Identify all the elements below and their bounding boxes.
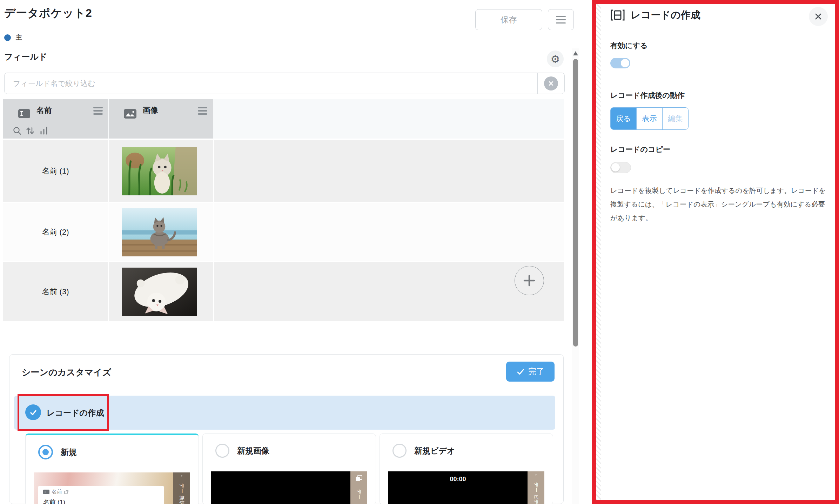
- vertical-label: デー: [179, 483, 185, 493]
- after-create-label: レコード作成後の動作: [610, 90, 685, 100]
- scene-customize-heading: シーンのカスタマイズ: [22, 367, 111, 378]
- scene-group-check-icon[interactable]: [25, 404, 41, 420]
- video-timestamp: 00:00: [388, 476, 528, 483]
- column-label-name: 名前: [36, 105, 52, 116]
- overflow-menu-button[interactable]: [548, 9, 574, 30]
- segment-back[interactable]: 戻る: [611, 108, 636, 129]
- copy-icon: [355, 474, 363, 483]
- field-filter-box: [4, 73, 565, 94]
- column-menu-icon[interactable]: [93, 107, 103, 115]
- copy-icon: [532, 474, 540, 476]
- cell-image-kitten-wood[interactable]: [122, 208, 197, 256]
- done-button[interactable]: 完了: [506, 362, 555, 382]
- camera-preview: [211, 471, 367, 504]
- scrollbar-up-arrow[interactable]: [573, 51, 578, 55]
- header-cell-image: 画像: [109, 99, 213, 139]
- record-create-panel: [601, 0, 835, 504]
- app-screen: データポケット2 主 保存 フィールド ⚙ 名前: [0, 0, 839, 504]
- check-icon: [516, 368, 525, 376]
- preview-field-card: 名前 名前 (1): [38, 486, 164, 504]
- radio-icon[interactable]: [215, 444, 229, 458]
- panel-title: レコードの作成: [631, 8, 700, 22]
- vertical-label: デー: [356, 489, 362, 499]
- preview-thumbnail-camera: デー: [211, 471, 367, 504]
- record-copy-description: レコードを複製してレコードを作成するのを許可します。レコードを複製するには、「レ…: [610, 184, 831, 225]
- column-menu-icon[interactable]: [198, 107, 207, 115]
- panel-edge-hatch: [596, 0, 601, 504]
- scrollbar-thumb[interactable]: [573, 59, 578, 347]
- image-field-icon: [124, 109, 136, 120]
- scene-option-new[interactable]: 新規 デー 新規レ 名前 名前 (1): [25, 434, 199, 504]
- scene-group-label: レコードの作成: [47, 408, 104, 418]
- table-row: 名前 (2): [3, 203, 564, 261]
- text-field-icon: [18, 109, 30, 120]
- scene-option-new-image[interactable]: 新規画像 デー: [202, 434, 376, 504]
- page-title: データポケット2: [4, 6, 92, 21]
- table-row: 名前 (1): [3, 140, 564, 202]
- preview-field-value: 名前 (1): [43, 498, 159, 504]
- primary-dot-icon: [4, 34, 11, 41]
- segment-edit[interactable]: 編集: [662, 108, 688, 129]
- option-label: 新規ビデオ: [414, 445, 455, 456]
- preview-thumbnail-video: 00:00 デー ビデオ: [388, 471, 544, 504]
- preview-side-strip: デー: [350, 471, 367, 504]
- table-header: 名前 画像: [3, 99, 564, 139]
- scene-option-new-video[interactable]: 新規ビデオ 00:00 デー ビデオ: [380, 434, 553, 504]
- enable-label: 有効にする: [610, 41, 647, 51]
- cell-name[interactable]: 名前 (1): [3, 140, 108, 202]
- column-stats-icon[interactable]: [39, 126, 48, 137]
- close-button[interactable]: [809, 7, 828, 26]
- after-create-segmented: 戻る 表示 編集: [610, 107, 689, 130]
- cell-name[interactable]: 名前 (3): [3, 262, 108, 321]
- preview-thumbnail-form: デー 新規レ 名前 名前 (1): [34, 472, 190, 504]
- enable-toggle-on[interactable]: [610, 58, 630, 68]
- text-field-icon: [43, 490, 49, 494]
- field-filter-input[interactable]: [5, 73, 537, 94]
- copy-icon: [177, 475, 186, 477]
- column-search-icon[interactable]: [13, 126, 22, 137]
- segment-show[interactable]: 表示: [636, 108, 662, 129]
- clear-icon: [544, 76, 558, 90]
- column-label-image: 画像: [143, 105, 158, 116]
- clear-filter-button[interactable]: [537, 73, 564, 94]
- header-cell-name: 名前: [3, 99, 108, 139]
- option-label: 新規画像: [237, 445, 269, 456]
- fields-heading: フィールド: [4, 51, 47, 62]
- edit-icon: [64, 490, 68, 494]
- close-icon: [814, 12, 823, 21]
- record-copy-toggle-off[interactable]: [610, 162, 631, 173]
- primary-badge-label: 主: [16, 33, 22, 42]
- vertical-label: 新規レ: [179, 496, 185, 504]
- gear-icon[interactable]: ⚙: [547, 51, 564, 67]
- radio-selected-icon[interactable]: [38, 445, 53, 459]
- cell-image-kitten-grass[interactable]: [122, 147, 197, 195]
- radio-icon[interactable]: [392, 444, 407, 458]
- cell-name[interactable]: 名前 (2): [3, 203, 108, 261]
- primary-badge: 主: [4, 33, 22, 42]
- add-record-button[interactable]: [515, 266, 544, 295]
- column-sort-icon[interactable]: [25, 126, 35, 137]
- cell-image-cat-upside-down[interactable]: [122, 268, 197, 316]
- record-copy-label: レコードのコピー: [610, 145, 670, 154]
- vertical-label: ビデオ: [533, 495, 539, 504]
- preview-side-strip: デー 新規レ: [173, 472, 190, 504]
- vertical-label: デー: [533, 482, 539, 492]
- scene-icon: [610, 9, 625, 21]
- preview-side-strip: デー ビデオ: [528, 471, 544, 504]
- save-button[interactable]: 保存: [475, 9, 542, 30]
- table-row: 名前 (3): [3, 262, 564, 321]
- option-label: 新規: [61, 447, 77, 458]
